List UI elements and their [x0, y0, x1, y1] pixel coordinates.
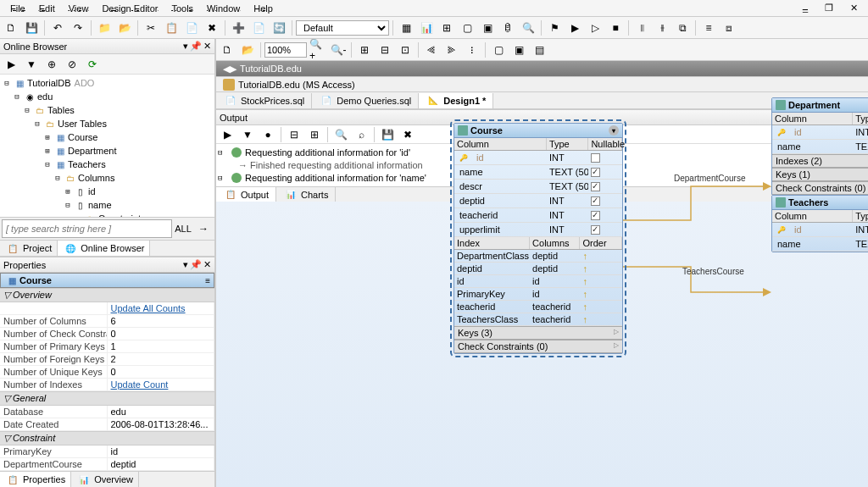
paste-icon[interactable]: 📄 — [182, 19, 201, 37]
close-panel-icon[interactable]: ✕ — [203, 41, 211, 52]
tree-teachers[interactable]: ⊟▦Teachers — [2, 158, 213, 171]
entity-teachers[interactable]: Teachers▾ ColumnTypeNullable 🔑idINTnameT… — [771, 195, 868, 252]
nullable-checkbox[interactable] — [591, 225, 600, 235]
filetab-demo[interactable]: 📄Demo Queries.sql — [312, 93, 419, 108]
menu-view[interactable]: View — [62, 2, 96, 15]
collapse-all-icon[interactable]: ⊟ — [285, 125, 303, 144]
column-row[interactable]: 🔑idINT — [772, 223, 868, 237]
expand-icon[interactable]: ▶ — [218, 125, 236, 144]
design-canvas[interactable]: DepartmentCourse TeachersCourse Course▾ … — [216, 76, 868, 487]
pin-icon[interactable]: ▾ — [183, 259, 188, 270]
column-row[interactable]: upperlimitINT — [454, 223, 622, 237]
expand-all-icon[interactable]: ⊞ — [305, 125, 324, 144]
menu-edit[interactable]: Edit — [32, 2, 62, 15]
zoom-input[interactable] — [264, 42, 307, 58]
folder-icon[interactable]: 📁 — [95, 19, 114, 37]
menu-design[interactable]: Design Editor — [95, 2, 164, 15]
zoomin-icon[interactable]: 🔍+ — [309, 41, 327, 59]
tree-name[interactable]: ⊟▯name — [2, 198, 213, 212]
find-icon[interactable]: 🔍 — [331, 125, 350, 144]
search-clear-icon[interactable]: ALL — [172, 219, 194, 238]
align-r-icon[interactable]: ⫸ — [442, 41, 461, 59]
tree-id[interactable]: ⊞▯id — [2, 185, 213, 198]
index-row[interactable]: deptiddeptid↑ — [454, 263, 622, 275]
column-row[interactable]: nameTEXT (50) — [454, 165, 622, 180]
ent1-icon[interactable]: ▢ — [489, 41, 508, 59]
filetab-stock[interactable]: 📄StockPrices.sql — [216, 93, 312, 108]
tree-edu[interactable]: ⊟◉edu — [2, 90, 213, 103]
tree-root[interactable]: ⊟▦TutorialDB ADO — [2, 76, 213, 90]
new2-icon[interactable]: 🗋 — [218, 41, 236, 59]
undo-icon[interactable]: ↶ — [48, 19, 67, 37]
tab-output[interactable]: 📋Output — [216, 187, 276, 202]
redo-icon[interactable]: ↷ — [69, 19, 87, 37]
nav-back-icon[interactable]: ▶ — [2, 55, 20, 74]
menu-help[interactable]: Help — [247, 2, 280, 15]
search-next-icon[interactable]: → — [194, 219, 213, 238]
column-row[interactable]: nameTEXT (50) — [772, 140, 868, 154]
zoomout-icon[interactable]: 🔍- — [329, 41, 348, 59]
layout2-icon[interactable]: ⊟ — [376, 41, 394, 59]
save-icon[interactable]: 💾 — [22, 19, 41, 37]
new-icon[interactable]: 🗋 — [2, 19, 20, 37]
section-general[interactable]: ▽ General — [0, 391, 214, 406]
box2-icon[interactable]: ▣ — [478, 19, 497, 37]
tab-charts[interactable]: 📊Charts — [276, 187, 336, 202]
entity-course[interactable]: Course▾ ColumnTypeNullable 🔑idINTnameTEX… — [453, 123, 623, 354]
minimize-panel-icon[interactable]: 📌 — [190, 259, 202, 270]
group-icon[interactable]: ⧉ — [673, 19, 692, 37]
column-row[interactable]: nameTEXT (50) — [772, 237, 868, 252]
entity-course-title[interactable]: Course▾ — [454, 124, 622, 138]
filetab-design[interactable]: 📐Design1 * — [419, 93, 493, 108]
column-row[interactable]: descrTEXT (50) — [454, 180, 622, 194]
box1-icon[interactable]: ▢ — [458, 19, 476, 37]
menu-file[interactable]: File — [3, 2, 32, 15]
entity-teachers-title[interactable]: Teachers▾ — [772, 196, 868, 210]
index-row[interactable]: PrimaryKeyid↑ — [454, 288, 622, 301]
menu-tools[interactable]: Tools — [164, 2, 200, 15]
db-icon[interactable]: 🛢 — [498, 19, 517, 37]
align-t-icon[interactable]: ⫶ — [463, 41, 481, 59]
close-icon[interactable]: ✕ — [843, 1, 865, 15]
nullable-checkbox[interactable] — [591, 182, 600, 191]
clear-icon[interactable]: ✖ — [398, 125, 417, 144]
update-all-link[interactable]: Update All Counts — [108, 302, 215, 315]
delete-icon[interactable]: ✖ — [203, 19, 221, 37]
ent2-icon[interactable]: ▣ — [509, 41, 528, 59]
tree-department[interactable]: ⊞▦Department — [2, 144, 213, 158]
dept-idx[interactable]: Indexes (2)▷ — [772, 154, 868, 168]
dept-chk[interactable]: Check Constraints (0)▷ — [772, 181, 868, 195]
filter2-icon[interactable]: ⌕ — [352, 125, 370, 144]
props-menu-icon[interactable]: ≡ — [205, 276, 210, 285]
minimize-icon[interactable]: _ — [796, 1, 815, 15]
nullable-checkbox[interactable] — [591, 196, 600, 206]
align2-icon[interactable]: ⫵ — [653, 19, 671, 37]
fav-icon[interactable]: ⊘ — [63, 55, 81, 74]
menu-window[interactable]: Window — [200, 2, 247, 15]
flag-icon[interactable]: ⚑ — [545, 19, 564, 37]
doc-icon[interactable]: 📄 — [249, 19, 268, 37]
tab-overview[interactable]: 📊Overview — [71, 472, 139, 487]
column-row[interactable]: deptidINT — [454, 194, 622, 208]
query-icon[interactable]: 🔍 — [519, 19, 537, 37]
minimize-panel-icon[interactable]: 📌 — [190, 41, 202, 52]
down-icon[interactable]: ▼ — [238, 125, 257, 144]
dept-keys[interactable]: Keys (1)▷ — [772, 168, 868, 181]
column-row[interactable]: 🔑idINT — [772, 125, 868, 140]
tab-project[interactable]: 📋Project — [0, 241, 58, 256]
reload-icon[interactable]: ⟳ — [83, 55, 102, 74]
step-icon[interactable]: ▶ — [565, 19, 584, 37]
stack-icon[interactable]: ≡ — [699, 19, 718, 37]
cut-icon[interactable]: ✂ — [142, 19, 160, 37]
dot-icon[interactable]: ● — [259, 125, 277, 144]
course-chk[interactable]: Check Constraints (0)▷ — [454, 340, 622, 353]
entity-department[interactable]: Department▾ ColumnTypeNullable 🔑idINTnam… — [771, 97, 868, 196]
tree-course[interactable]: ⊞▦Course — [2, 130, 213, 144]
nullable-checkbox[interactable] — [591, 153, 600, 163]
open-icon[interactable]: 📂 — [115, 19, 134, 37]
index-row[interactable]: idid↑ — [454, 275, 622, 288]
tree-columns[interactable]: ⊟🗀Columns — [2, 171, 213, 185]
cascade-icon[interactable]: ⧈ — [720, 19, 738, 37]
column-row[interactable]: teacheridINT — [454, 208, 622, 223]
course-keys[interactable]: Keys (3)▷ — [454, 326, 622, 340]
